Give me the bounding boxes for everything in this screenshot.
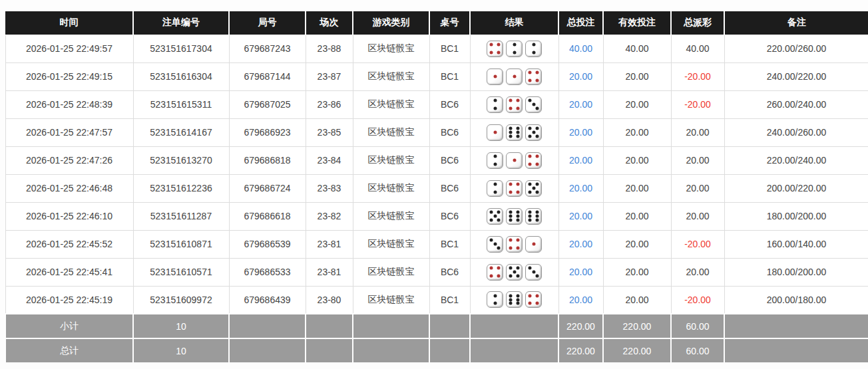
die-pip [509, 190, 512, 193]
cell-valid-bet: 20.00 [603, 258, 671, 286]
cell-time: 2026-01-25 22:45:41 [5, 258, 133, 286]
cell-table-no: BC6 [429, 90, 470, 118]
cell-session: 23-85 [306, 118, 353, 146]
die-pip [493, 183, 497, 186]
die-pip [493, 75, 497, 78]
cell-total-bet[interactable]: 40.00 [558, 35, 603, 62]
cell-remark: 220.00/240.00 [724, 146, 868, 174]
die-4 [525, 68, 542, 85]
die-pip [493, 190, 497, 193]
total-empty-cell [470, 338, 558, 363]
die-1 [487, 124, 503, 141]
cell-total-bet[interactable]: 20.00 [558, 146, 603, 174]
cell-game-type: 区块链骰宝 [353, 118, 429, 146]
column-header-valid-bet: 有效投注 [603, 11, 671, 35]
die-pip [513, 159, 516, 162]
die-pip [528, 183, 531, 186]
die-pip [517, 131, 520, 134]
die-pip [517, 134, 520, 138]
cell-total-bet[interactable]: 20.00 [558, 118, 603, 146]
cell-round-no: 679687025 [229, 90, 306, 118]
cell-game-type: 区块链骰宝 [353, 286, 429, 314]
cell-total-bet[interactable]: 20.00 [558, 286, 603, 314]
subtotal-valid-bet: 220.00 [603, 314, 671, 338]
cell-table-no: BC6 [429, 202, 470, 230]
die-pip [528, 215, 531, 218]
table-row: 2026-01-25 22:49:57523151617304679687243… [5, 35, 868, 62]
die-4 [525, 291, 542, 308]
die-pip [513, 271, 516, 274]
cell-time: 2026-01-25 22:49:57 [5, 35, 133, 62]
table-body: 2026-01-25 22:49:57523151617304679687243… [5, 35, 868, 314]
die-pip [493, 302, 497, 305]
cell-time: 2026-01-25 22:48:39 [5, 90, 133, 118]
cell-total-payout: -20.00 [671, 62, 724, 90]
die-pip [536, 211, 539, 214]
die-pip [509, 211, 512, 214]
subtotal-total-payout: 60.00 [671, 314, 724, 338]
die-4 [506, 96, 523, 113]
cell-total-bet[interactable]: 20.00 [558, 202, 603, 230]
die-2 [506, 41, 523, 57]
cell-total-bet[interactable]: 20.00 [558, 174, 603, 202]
die-3 [525, 96, 542, 113]
cell-table-no: BC1 [429, 286, 470, 314]
subtotal-label: 小计 [5, 314, 133, 338]
cell-session: 23-80 [306, 286, 353, 314]
die-pip [509, 295, 512, 298]
cell-round-no: 679687243 [229, 35, 306, 62]
cell-valid-bet: 20.00 [603, 174, 671, 202]
die-pip [489, 218, 493, 221]
subtotal-count: 10 [133, 314, 229, 338]
die-pip [509, 298, 512, 301]
cell-table-no: BC6 [429, 146, 470, 174]
cell-bet-id: 523151614167 [133, 118, 229, 146]
cell-remark: 160.00/140.00 [724, 230, 868, 258]
die-pip [532, 187, 535, 190]
die-pip [517, 190, 520, 193]
die-4 [506, 180, 523, 197]
die-pip [489, 274, 493, 277]
cell-remark: 240.00/260.00 [724, 118, 868, 146]
cell-remark: 220.00/260.00 [724, 35, 868, 62]
bet-history-table: 时间 注单编号 局号 场次 游戏类别 桌号 结果 总投注 有效投注 总派彩 备注… [5, 11, 868, 364]
die-pip [536, 134, 539, 138]
column-header-result: 结果 [470, 11, 558, 35]
subtotal-empty-cell [724, 314, 868, 338]
column-header-time: 时间 [5, 11, 133, 35]
cell-total-bet[interactable]: 20.00 [558, 230, 603, 258]
cell-total-payout: 20.00 [671, 174, 724, 202]
die-pip [536, 162, 539, 166]
cell-valid-bet: 20.00 [603, 146, 671, 174]
die-5 [487, 208, 503, 225]
cell-remark: 260.00/240.00 [724, 90, 868, 118]
die-2 [487, 180, 503, 197]
die-pip [517, 99, 520, 102]
die-pip [493, 131, 497, 134]
die-5 [506, 264, 523, 281]
table-row: 2026-01-25 22:47:57523151614167679686923… [5, 118, 868, 146]
cell-remark: 240.00/220.00 [724, 62, 868, 90]
cell-round-no: 679686923 [229, 118, 306, 146]
cell-bet-id: 523151617304 [133, 35, 229, 62]
cell-result [470, 202, 558, 230]
die-pip [509, 302, 512, 305]
cell-bet-id: 523151615311 [133, 90, 229, 118]
subtotal-empty-cell [353, 314, 429, 338]
cell-total-bet[interactable]: 20.00 [558, 62, 603, 90]
die-pip [536, 302, 539, 305]
cell-total-bet[interactable]: 20.00 [558, 258, 603, 286]
die-pip [528, 134, 531, 138]
cell-result [470, 174, 558, 202]
table-footer: 小计10220.00220.0060.00总计10220.00220.0060.… [5, 314, 868, 363]
cell-table-no: BC1 [429, 35, 470, 62]
cell-remark: 200.00/180.00 [724, 286, 868, 314]
cell-valid-bet: 20.00 [603, 202, 671, 230]
cell-remark: 180.00/200.00 [724, 202, 868, 230]
table-row: 2026-01-25 22:45:19523151609972679686439… [5, 286, 868, 314]
cell-total-bet[interactable]: 20.00 [558, 90, 603, 118]
die-pip [528, 162, 531, 166]
cell-session: 23-86 [306, 90, 353, 118]
table-row: 2026-01-25 22:45:41523151610571679686533… [5, 258, 868, 286]
die-pip [497, 246, 501, 249]
